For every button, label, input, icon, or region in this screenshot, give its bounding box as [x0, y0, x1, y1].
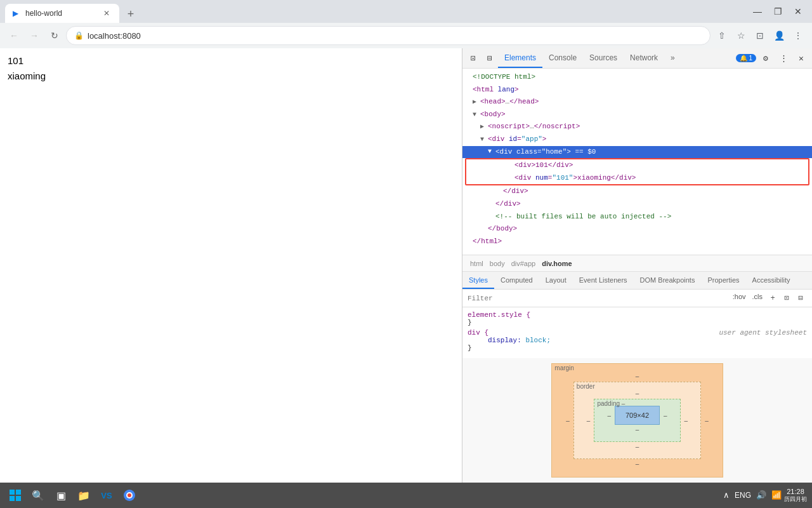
dom-line-body[interactable]: ▼ <body>	[462, 109, 812, 121]
address-input[interactable]	[88, 31, 702, 41]
sub-tab-dom-breakpoints[interactable]: DOM Breakpoints	[634, 272, 702, 289]
dom-line-div-home[interactable]: ▼ <div class="home"> == $0	[462, 146, 812, 159]
volume-icon[interactable]: 🔊	[756, 490, 766, 500]
close-body-tag: </body>	[488, 224, 517, 235]
chrome-taskbar-button[interactable]	[119, 485, 140, 505]
lang-indicator[interactable]: ENG	[735, 491, 751, 500]
dom-line-head[interactable]: ▶ <head>…</head>	[462, 96, 812, 109]
tab-console[interactable]: Console	[542, 48, 583, 68]
breadcrumb-div-home[interactable]: div.home	[539, 259, 574, 268]
share-button[interactable]: ⇧	[713, 27, 731, 44]
breadcrumb-html[interactable]: html	[468, 259, 486, 268]
dom-line-close-div2[interactable]: </div>	[462, 198, 812, 211]
page-line-1: 101	[8, 53, 454, 69]
dom-line-div-app[interactable]: ▼ <div id="app">	[462, 133, 812, 146]
close-window-button[interactable]: ✕	[789, 3, 807, 20]
arrow-up-icon[interactable]: ∧	[723, 490, 730, 500]
profile-button[interactable]: 👤	[770, 27, 788, 44]
devtools-more-button[interactable]: ⋮	[775, 50, 792, 67]
dom-line-close-html[interactable]: </html>	[462, 236, 812, 248]
toggle-icon[interactable]: ▼	[473, 110, 480, 120]
content-box: 709×42	[615, 406, 660, 425]
content-size: 709×42	[625, 411, 649, 419]
search-taskbar-button[interactable]: 🔍	[28, 485, 48, 505]
hov-filter-button[interactable]: :hov	[730, 292, 749, 305]
dom-line-comment[interactable]: <!-- built files will be auto injected -…	[462, 211, 812, 224]
sub-tab-layout[interactable]: Layout	[539, 272, 573, 289]
toggle-icon[interactable]: ▶	[473, 97, 480, 107]
cls-filter-button[interactable]: .cls	[750, 292, 766, 305]
dom-line-div-xiaoming[interactable]: <div num="101">xiaoming</div>	[466, 172, 808, 185]
address-bar: ← → ↻ 🔒 ⇧ ☆ ⊡ 👤 ⋮	[0, 23, 812, 48]
body-tag: <body>	[480, 109, 506, 121]
tab-elements[interactable]: Elements	[498, 48, 542, 68]
device-toolbar-button[interactable]: ⊟	[481, 50, 498, 67]
bookmark-button[interactable]: ☆	[732, 27, 750, 44]
back-button[interactable]: ←	[5, 27, 23, 44]
inspect-element-button[interactable]: ⊡	[465, 50, 481, 67]
sub-tab-computed[interactable]: Computed	[494, 272, 539, 289]
user-agent-comment: user agent stylesheet	[719, 329, 807, 337]
browser-tab[interactable]: ▶ hello-world ✕	[5, 4, 119, 23]
maximize-button[interactable]: ❐	[769, 3, 787, 20]
reload-button[interactable]: ↻	[46, 27, 63, 44]
dom-line-doctype[interactable]: <!DOCTYPE html>	[462, 71, 812, 84]
element-style-selector: element.style {	[468, 311, 530, 319]
toggle-icon[interactable]: ▼	[480, 135, 488, 145]
start-button[interactable]	[5, 485, 25, 505]
element-style-close: }	[468, 319, 472, 326]
tab-close-button[interactable]: ✕	[102, 8, 112, 18]
head-tag: <head>…</head>	[480, 97, 539, 108]
dom-line-close-body[interactable]: </body>	[462, 223, 812, 236]
vscode-taskbar-button[interactable]: VS	[96, 485, 117, 505]
page-line-2: xiaoming	[8, 69, 454, 84]
tab-sources[interactable]: Sources	[583, 48, 624, 68]
dom-tree: <!DOCTYPE html> <html lang> ▶ <head>…</h…	[462, 69, 812, 255]
bottom-panel: html body div#app div.home Styles Comput…	[462, 255, 812, 483]
toggle-icon[interactable]: ▼	[488, 147, 495, 157]
sub-tab-properties[interactable]: Properties	[701, 272, 745, 289]
clock-display[interactable]: 21:28 历四月初	[784, 487, 807, 504]
breadcrumb-body[interactable]: body	[487, 259, 508, 268]
address-actions: ⇧ ☆ ⊡ 👤 ⋮	[713, 27, 807, 44]
dom-line-div-101[interactable]: <div>101</div>	[466, 159, 808, 172]
main-content: 101 xiaoming ⊡ ⊟ Elements Console Source…	[0, 48, 812, 483]
sub-tab-styles[interactable]: Styles	[462, 272, 494, 289]
dom-line-noscript[interactable]: ▶ <noscript>…</noscript>	[462, 121, 812, 133]
devtools-close-button[interactable]: ✕	[793, 50, 809, 67]
svg-rect-1	[16, 490, 21, 495]
toggle-icon[interactable]: ▶	[480, 122, 488, 132]
sub-tab-event-listeners[interactable]: Event Listeners	[573, 272, 634, 289]
padding-left: –	[603, 412, 615, 419]
toggle-sidebar-button[interactable]: ⊟	[794, 292, 807, 305]
reader-mode-button[interactable]: ⊡	[751, 27, 769, 44]
dom-line-html[interactable]: <html lang>	[462, 84, 812, 97]
task-view-button[interactable]: ▣	[51, 485, 71, 505]
extensions-button[interactable]: ⋮	[789, 27, 807, 44]
border-box: border – – padding – –	[573, 382, 701, 459]
breadcrumb-div-app[interactable]: div#app	[509, 259, 539, 268]
network-icon[interactable]: 📶	[771, 490, 782, 500]
element-style-rule: element.style { }	[468, 311, 807, 326]
tab-network[interactable]: Network	[624, 48, 664, 68]
padding-sides: – 709×42 –	[603, 406, 671, 425]
padding-box: padding – – 709×42 – –	[594, 399, 680, 442]
div-rule-close: }	[468, 344, 472, 352]
filter-actions: :hov .cls + ⊡ ⊟	[730, 292, 807, 305]
minimize-button[interactable]: —	[749, 3, 766, 20]
margin-bottom: –	[562, 459, 712, 469]
svg-point-6	[128, 493, 131, 497]
add-style-button[interactable]: +	[766, 292, 779, 305]
devtools-settings-button[interactable]: ⚙	[757, 50, 774, 67]
border-sides: – padding – – 709×42 –	[583, 399, 691, 442]
sub-tab-accessibility[interactable]: Accessibility	[746, 272, 797, 289]
new-tab-button[interactable]: +	[122, 5, 140, 23]
close-div2-tag: </div>	[495, 199, 521, 210]
dom-line-close-div1[interactable]: </div>	[462, 185, 812, 198]
forward-button[interactable]: →	[25, 27, 43, 44]
new-style-rule-button[interactable]: ⊡	[780, 292, 793, 305]
tab-more[interactable]: »	[664, 48, 681, 68]
styles-filter-input[interactable]	[468, 295, 728, 302]
file-explorer-button[interactable]: 📁	[74, 485, 94, 505]
margin-right: –	[701, 417, 712, 424]
